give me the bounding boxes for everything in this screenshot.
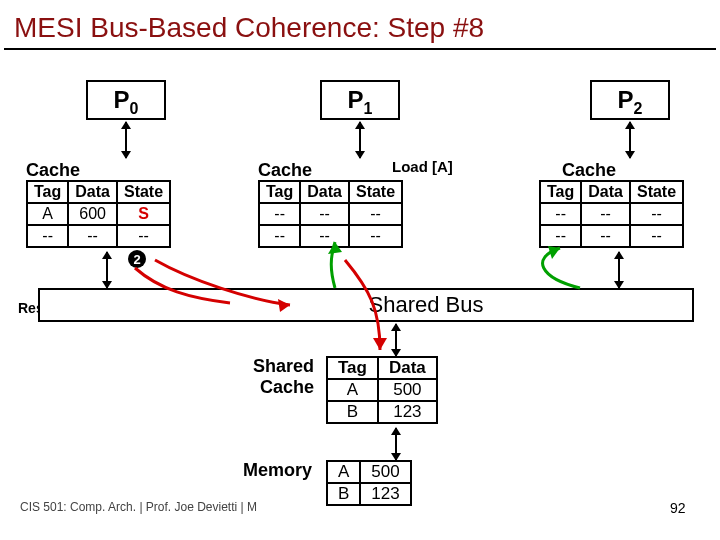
cache-table-p2: TagDataState ------ ------ <box>539 180 684 248</box>
processor-p2: P2 <box>590 80 670 120</box>
shared-bus: Shared Bus <box>38 288 694 322</box>
memory-table: A500 B123 <box>326 460 412 506</box>
shared-cache-table: TagData A500 B123 <box>326 356 438 424</box>
footer-left: CIS 501: Comp. Arch. | Prof. Joe Deviett… <box>20 500 257 514</box>
arrow-p2-bus <box>618 252 620 288</box>
arrow-p1-cache <box>359 122 361 158</box>
arrow-p0-cache <box>125 122 127 158</box>
load-label: Load [A] <box>392 158 453 175</box>
arrow-sc-mem <box>395 428 397 460</box>
arrow-p2-cache <box>629 122 631 158</box>
processor-p0: P0 <box>86 80 166 120</box>
memory-label: Memory <box>226 460 312 481</box>
footer-right: 92 <box>670 500 686 516</box>
processor-p1: P1 <box>320 80 400 120</box>
svg-marker-3 <box>373 338 387 350</box>
cache-table-p0: TagDataState A600S ------ <box>26 180 171 248</box>
cache-label-p2: Cache <box>562 160 616 181</box>
arrow-p0-bus <box>106 252 108 288</box>
cache-label-p1: Cache <box>258 160 312 181</box>
cache-label-p0: Cache <box>26 160 80 181</box>
cache-table-p1: TagDataState ------ ------ <box>258 180 403 248</box>
shared-cache-label: Shared Cache <box>234 356 314 398</box>
arrow-bus-shared-cache <box>395 324 397 356</box>
step-badge: 2 <box>128 250 146 268</box>
page-title: MESI Bus-Based Coherence: Step #8 <box>4 0 716 50</box>
